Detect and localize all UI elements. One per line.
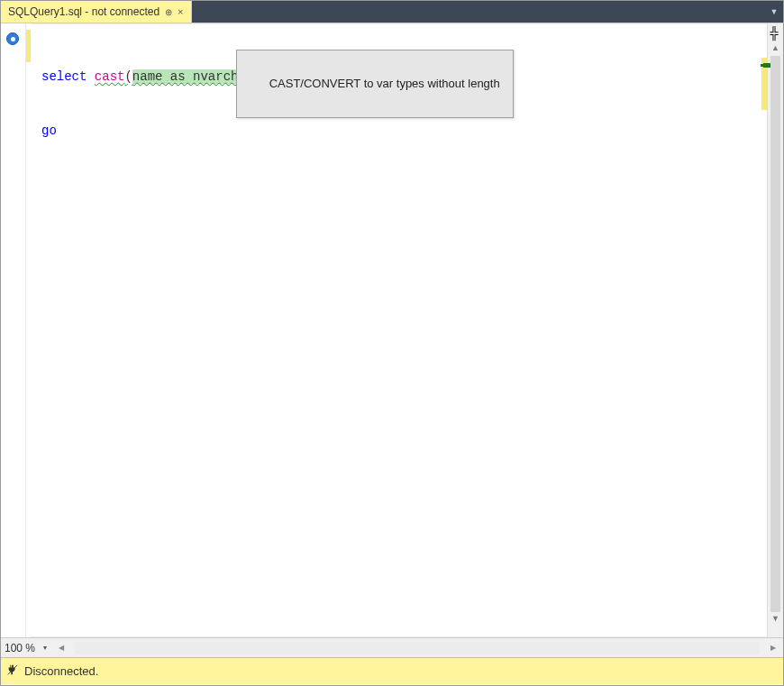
scroll-thumb[interactable] xyxy=(770,56,780,612)
zoom-dropdown[interactable]: ▾ xyxy=(39,642,51,654)
chevron-down-icon: ▼ xyxy=(771,614,779,623)
minimap-caret-marker xyxy=(763,63,770,68)
code-editor[interactable]: select cast(name as nvarchar) from sys.c… xyxy=(31,23,767,637)
scroll-up-button[interactable]: ▲ xyxy=(768,41,783,54)
paren-open: ( xyxy=(124,69,132,84)
pin-icon[interactable]: ⊕ xyxy=(165,7,172,17)
code-line-2: go xyxy=(41,122,756,140)
scroll-down-button[interactable]: ▼ xyxy=(768,612,783,625)
chevron-down-icon: ▼ xyxy=(770,7,779,16)
document-tab[interactable]: SQLQuery1.sql - not connected ⊕ × xyxy=(1,1,192,23)
zoom-toolbar: 100 % ▾ ◀ ▶ xyxy=(1,637,783,657)
hscroll-left-button[interactable]: ◀ xyxy=(55,642,68,654)
chevron-up-icon: ▲ xyxy=(771,43,779,52)
chevron-left-icon: ◀ xyxy=(59,644,64,652)
gutter xyxy=(1,23,26,637)
vertical-scrollbar[interactable]: ▲ ▼ xyxy=(767,23,783,637)
hscroll-right-button[interactable]: ▶ xyxy=(767,642,779,654)
tab-title: SQLQuery1.sql - not connected xyxy=(8,5,160,18)
status-text: Disconnected. xyxy=(24,664,98,678)
function-cast: cast xyxy=(95,69,125,84)
zoom-level: 100 % xyxy=(5,642,35,654)
split-icon: ╬ xyxy=(770,26,778,40)
close-icon[interactable]: × xyxy=(178,6,183,17)
tab-bar: SQLQuery1.sql - not connected ⊕ × ▼ xyxy=(1,1,783,23)
connection-icon xyxy=(6,663,19,679)
keyword-select: select xyxy=(41,69,87,84)
tooltip-text: CAST/CONVERT to var types without length xyxy=(269,77,500,90)
split-view-button[interactable]: ╬ xyxy=(767,25,781,40)
status-bar: Disconnected. xyxy=(1,657,783,684)
chevron-down-icon: ▾ xyxy=(43,644,47,652)
horizontal-scrollbar[interactable] xyxy=(75,642,760,654)
chevron-right-icon: ▶ xyxy=(770,644,776,652)
plug-svg xyxy=(6,663,19,676)
gutter-info-marker[interactable] xyxy=(6,32,19,45)
editor: ╬ select cast(name as nvarchar) from sys… xyxy=(1,23,783,637)
code-analysis-tooltip: CAST/CONVERT to var types without length xyxy=(236,50,514,118)
tab-menu-button[interactable]: ▼ xyxy=(765,1,783,23)
tab-bar-spacer xyxy=(192,1,765,23)
